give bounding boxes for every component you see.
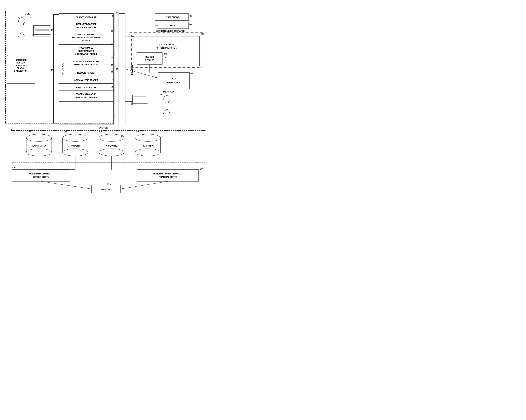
- ref55-label: 55: [111, 57, 113, 59]
- search-results-label: SEARCH: [145, 56, 154, 58]
- reporting-label: REPORTING: [142, 145, 154, 147]
- svg-point-58: [26, 149, 52, 156]
- content-id-label: CONTENT IDENTIFICATION: [73, 60, 99, 62]
- internet-browser-label: INTERNET BROWSER: [76, 23, 97, 25]
- ref20-label: -20: [29, 16, 32, 19]
- client-software-label: CLIENT SOFTWARE: [76, 16, 97, 19]
- svg-point-55: [26, 134, 52, 141]
- rendered-results-label3: OR DYNAMIC: [15, 64, 28, 67]
- ref60-label: /60: [111, 64, 113, 66]
- svg-point-67: [135, 134, 161, 141]
- rendered-results-label4: SEARCH: [17, 67, 25, 69]
- ref50-label: 50: [111, 43, 113, 45]
- ref150-label: /150: [158, 93, 162, 96]
- merchant-bank-label2: FINANCIAL ENTITY: [159, 176, 177, 178]
- ref198-label: 198-: [12, 167, 16, 169]
- ref75-label: /75: [111, 86, 113, 88]
- ref100-label: -100: [201, 33, 204, 35]
- ref130-label: -130: [163, 56, 167, 58]
- svg-point-62: [62, 149, 88, 156]
- ref192-label: 192-: [63, 130, 68, 133]
- client-node-label: CLIENT NODE: [166, 16, 179, 18]
- ref65-label: /65: [111, 71, 113, 73]
- site-analysis-label: SITE ANALYSIS READER: [74, 79, 98, 81]
- page-content-label: PAGE/CONTENT: [78, 34, 94, 36]
- ref46-label: 46: [111, 30, 113, 32]
- ref181-label: 181/: [107, 183, 111, 185]
- ref45-label: /45: [111, 15, 113, 17]
- user-bank-label: USER BANK OR OTHER: [29, 173, 52, 175]
- user-bank-label2: DEPOSIT ENTITY: [33, 176, 49, 178]
- stack-automation-label: STACK AUTOMATION: [76, 93, 96, 95]
- ref92-label: -92: [189, 15, 192, 17]
- partners-label: PARTNERS: [101, 188, 111, 190]
- results-parser-label: RESULTS PARSER: [77, 72, 95, 74]
- search-results-label2: RESULTS: [145, 59, 154, 61]
- ad-network-label2: NETWORK: [167, 81, 180, 84]
- payment-label: PAYMENT: [71, 145, 80, 147]
- page-content-label2: RECONSTRUCTION/MODIFIER: [72, 36, 101, 39]
- ref90-label: 90-: [116, 11, 119, 13]
- rules-based-label: RULES-BASED: [79, 47, 93, 49]
- rules-based-label3: MODIFICATION ENGINE: [75, 53, 97, 55]
- merchant-bank-label: MERCHANT BANK OR OTHER: [153, 173, 182, 175]
- ref190-label: 190-: [28, 130, 32, 133]
- ref94-label: -94: [189, 23, 192, 25]
- merchant-label: MERCHANT: [163, 90, 176, 93]
- ref30-label: 30-: [7, 54, 10, 57]
- internet-browser-label2: AND/OR REQUESTER: [76, 26, 97, 29]
- results-analyzer-label: RESULTS ANALYZER: [76, 86, 96, 89]
- svg-point-63: [99, 134, 124, 141]
- rendered-results-label: RENDERED: [15, 59, 27, 61]
- ref196-label: 196-: [136, 130, 140, 133]
- ref70-label: 70: [111, 78, 113, 80]
- search-engine-site-label2: OR INTERNET SITE(s): [156, 47, 177, 49]
- rendered-results-label5: OPTIMIZATION: [14, 70, 28, 72]
- ref199-label: -199: [200, 168, 203, 170]
- search-engine-operator-label: SEARCH ENGINE OPERATOR: [156, 30, 185, 32]
- proxy-label: PROXY: [170, 24, 177, 27]
- ref120-label: -120: [163, 53, 167, 55]
- svg-point-70: [135, 149, 161, 156]
- search-engine-site-label: SEARCH ENGINE: [159, 43, 175, 46]
- ref194-label: 194-: [99, 130, 103, 133]
- content-id-label2: AND PLACEMENT ENGINE: [73, 63, 99, 66]
- svg-point-59: [62, 134, 88, 141]
- rendered-results-label2: RESULTS: [17, 62, 26, 64]
- system-label: SYSTEM: [99, 127, 108, 129]
- ref96-label: -96: [190, 72, 193, 74]
- page-content-label3: MODULE: [82, 40, 91, 42]
- rules-based-label2: REORGANIZING: [78, 50, 94, 52]
- ad-engine-label: AD ENGINE: [106, 145, 117, 147]
- stack-automation-label2: AND SWITCH SERVER: [75, 96, 97, 99]
- user-label: USER: [25, 12, 31, 15]
- ad-network-label: AD: [172, 77, 176, 80]
- registration-label: REGISTRATION: [31, 145, 46, 147]
- svg-point-66: [99, 149, 124, 156]
- patent-diagram: USER -15 -20 40- RENDERED: [0, 0, 210, 200]
